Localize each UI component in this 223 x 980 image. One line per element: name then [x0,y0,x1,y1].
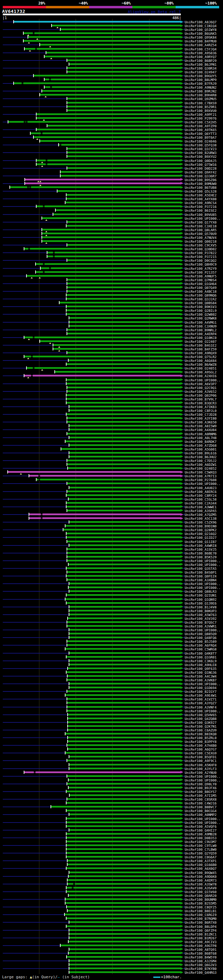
hit-label: UniRef100_Q88LR3 [184,590,217,593]
hit-bar [47,125,180,127]
alignment-row: UniRef100_B5ZRL0 [0,736,223,740]
bar-arrowhead-icon [180,174,183,177]
alignment-start-tick [64,913,65,916]
hit-bar [59,302,180,304]
hit-bar [51,806,180,808]
alignment-row: UniRef100_C5SL58 [0,498,223,501]
hit-bar [69,63,180,65]
hit-bar [69,964,180,966]
hit-bar [69,660,180,662]
hit-bar [67,541,180,542]
hit-label: UniRef100_A2YNU0 [184,771,217,774]
hit-label: UniRef100_UPI000.. [184,586,221,589]
hit-label: UniRef100_C4WJ16 [184,802,217,805]
hit-bar [67,721,180,723]
hit-label: UniRef100_B1J4V8 [184,606,217,609]
hit-bar [66,494,180,496]
hit-label: UniRef100_Q166B0 [184,863,217,866]
bar-arrowhead-icon [180,40,183,42]
alignment-row: UniRef100_Q88LR3 [0,590,223,593]
gap-join-line [53,252,55,253]
hit-label: UniRef100_A9HLE8 [184,663,217,667]
hit-label: UniRef100_B6AWZ8 [184,363,217,366]
hit-label: UniRef100_Q48FQ6 [184,636,217,639]
hit-bar [66,313,180,315]
alignment-start-tick [69,829,69,832]
alignment-row: UniRef100_A9RCS4 [0,201,223,205]
alignment-row: UniRef100_A4VMG1 [0,321,223,325]
alignment-start-tick [68,586,69,589]
bar-arrowhead-icon [180,902,183,905]
alignment-start-tick [42,240,42,243]
alignment-row: UniRef100_Q9F635 [0,667,223,671]
alignment-row: UniRef100_C6AZU9 [0,728,223,732]
hit-bar [69,317,180,319]
alignment-start-tick [66,851,67,854]
hit-bar [67,879,180,881]
bar-arrowhead-icon [180,224,183,227]
hit-bar [24,356,180,357]
alignment-start-tick [8,120,8,123]
hit-label: UniRef100_A9F9C1 [184,759,217,762]
hit-bar [67,625,180,627]
hit-label: UniRef100_A5G001 [184,448,217,451]
bar-arrowhead-icon [180,813,183,816]
alignment-start-tick [13,20,14,23]
alignment-start-tick [66,925,67,928]
subject-gap-mark [27,186,29,188]
bar-arrowhead-icon [180,713,183,716]
hit-bar [67,744,180,746]
alignment-row: UniRef100_B2URW3 [0,151,223,155]
hit-label: UniRef100_C0G6A7 [184,856,217,859]
hit-label: UniRef100_C7BXS9 [184,102,217,105]
alignment-row: UniRef100_Q3J2A2 [0,297,223,301]
hit-bar [67,286,180,288]
alignment-row: UniRef100_C1N1Q4 [0,24,223,28]
bar-arrowhead-icon [180,43,183,46]
hit-label: UniRef100_C5YJQ4 [184,48,217,51]
alignment-start-tick [67,286,67,289]
alignment-row: UniRef100_B2S5M5 [0,901,223,905]
alignment-row: UniRef100_B9D1N0 [0,524,223,528]
alignment-start-tick [67,420,67,423]
alignment-start-tick [67,701,67,704]
alignment-row: UniRef100_A4ERP4 [0,332,223,336]
hit-bar [65,525,180,527]
bar-arrowhead-icon [180,124,183,127]
subject-gap-dash-icon: – [58,975,60,979]
alignment-row: UniRef100_B1ZKC1 [0,932,223,936]
hit-label: UniRef100_B4W5Y0 [184,956,217,959]
bar-arrowhead-icon [180,294,183,296]
alignment-row: UniRef100_B1J4V8 [0,605,223,609]
bar-arrowhead-icon [180,525,183,527]
alignment-start-tick [69,590,69,593]
alignment-start-tick [67,509,67,512]
alignment-start-tick [69,755,69,758]
alignment-start-tick [66,413,67,416]
bar-arrowhead-icon [180,848,183,851]
hit-bar [67,617,180,619]
bar-arrowhead-icon [180,798,183,800]
bar-arrowhead-icon [180,559,183,562]
hit-bar [65,752,180,754]
hit-label: UniRef100_B2URW3 [184,151,217,154]
hit-label: UniRef100_Q00218 [184,240,217,243]
alignment-start-tick [69,659,69,662]
hit-label: UniRef100_Q1D694 [184,686,217,689]
bar-arrowhead-icon [180,709,183,712]
bar-arrowhead-icon [180,632,183,635]
hit-label: UniRef100_A3SAV0 [184,886,217,889]
alignment-row: UniRef100_C7BXS9 [0,101,223,105]
bar-arrowhead-icon [180,771,183,773]
alignment-start-tick [66,293,67,296]
hit-label: UniRef100_C6AZU9 [184,729,217,732]
hit-bar [69,590,180,592]
hit-label: UniRef100_Q2W802 [184,313,217,316]
hit-label: UniRef100_A1VZ71 [184,698,217,701]
alignment-start-tick [67,259,67,262]
subject-gap-mark [26,121,27,123]
bar-arrowhead-icon [180,332,183,335]
hit-label: UniRef100_A7IKB3 [184,405,217,409]
alignment-start-tick [66,313,67,316]
hit-bar [67,290,180,292]
